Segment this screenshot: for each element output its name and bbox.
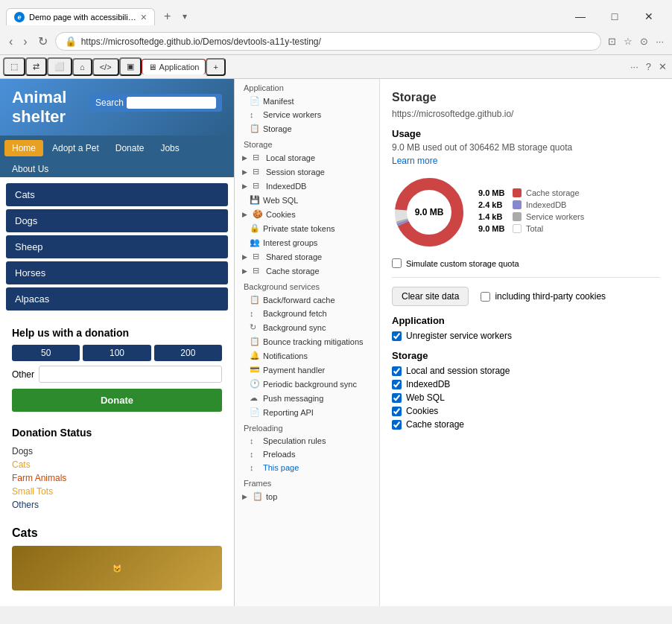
- address-bar[interactable]: 🔒 https://microsoftedge.github.io/Demos/…: [55, 32, 602, 51]
- expand-arrow: ▶: [242, 168, 250, 176]
- devtools-tab-inspect[interactable]: ⬚: [3, 57, 25, 76]
- other-row: Other: [12, 366, 222, 383]
- sidebar-top-frame[interactable]: ▶ 📋 top: [235, 489, 379, 503]
- sidebar-speculation-rules[interactable]: ↕ Speculation rules: [235, 434, 379, 448]
- animal-cats[interactable]: Cats: [6, 183, 228, 206]
- sidebar-manifest-label: Manifest: [263, 97, 294, 106]
- sidebar-preloads[interactable]: ↕ Preloads: [235, 448, 379, 461]
- sidebar-preloading-title: Preloading: [235, 419, 379, 434]
- other-label: Other: [12, 369, 34, 380]
- nav-jobs[interactable]: Jobs: [153, 140, 186, 156]
- indexeddb-checkbox[interactable]: [392, 380, 402, 389]
- amount-50[interactable]: 50: [12, 345, 80, 361]
- devtools-tab-add[interactable]: +: [206, 58, 225, 76]
- sidebar-indexeddb[interactable]: ▶ ⊟ IndexedDB: [235, 179, 379, 193]
- devtools-tab-performance[interactable]: ▣: [119, 57, 142, 76]
- devtools-tab-sources[interactable]: ⬜: [47, 57, 72, 76]
- tab-close-btn[interactable]: ×: [141, 12, 147, 22]
- maximize-btn[interactable]: □: [597, 4, 632, 28]
- cookies-clear-label: Cookies: [406, 406, 438, 416]
- sidebar-service-workers[interactable]: ↕ Service workers: [235, 108, 379, 121]
- site-nav: Home Adopt a Pet Donate Jobs: [0, 136, 234, 161]
- tab-dropdown[interactable]: ▾: [180, 8, 190, 25]
- nav-adopt[interactable]: Adopt a Pet: [45, 140, 107, 156]
- devtools-tab-application[interactable]: 🖥 Application: [142, 59, 206, 74]
- sidebar-cache-storage[interactable]: ▶ ⊟ Cache storage: [235, 264, 379, 278]
- learn-more-link[interactable]: Learn more: [392, 156, 437, 166]
- profiles-btn[interactable]: ⊡: [606, 34, 618, 49]
- other-amount-input[interactable]: [39, 366, 222, 383]
- sidebar-push-messaging[interactable]: ☁ Push messaging: [235, 391, 379, 405]
- sidebar-payment-label: Payment handler: [263, 366, 325, 375]
- website-panel: Animalshelter Search Home Adopt a Pet Do…: [0, 79, 235, 606]
- web-sql-checkbox[interactable]: [392, 393, 402, 403]
- third-party-checkbox[interactable]: [481, 292, 490, 302]
- sidebar-manifest[interactable]: 📄 Manifest: [235, 94, 379, 108]
- sidebar-back-forward-cache[interactable]: 📋 Back/forward cache: [235, 293, 379, 307]
- cats-title: Cats: [12, 526, 222, 540]
- reporting-icon: 📄: [250, 407, 260, 417]
- collections-btn[interactable]: ⊙: [638, 34, 650, 49]
- back-btn[interactable]: ‹: [6, 32, 16, 51]
- animal-horses[interactable]: Horses: [6, 261, 228, 284]
- simulate-checkbox[interactable]: [392, 258, 402, 268]
- main-content: Animalshelter Search Home Adopt a Pet Do…: [0, 79, 672, 606]
- local-session-checkbox[interactable]: [392, 366, 402, 376]
- sidebar-periodic-bg-sync[interactable]: 🕐 Periodic background sync: [235, 377, 379, 391]
- devtools-tab-console[interactable]: ⇄: [25, 57, 47, 76]
- sidebar-storage[interactable]: 📋 Storage: [235, 121, 379, 136]
- unregister-checkbox[interactable]: [392, 331, 402, 341]
- devtools-tab-network[interactable]: ⌂: [72, 58, 92, 76]
- animal-alpacas[interactable]: Alpacas: [6, 287, 228, 311]
- devtools-tab-elements[interactable]: </>: [92, 58, 119, 76]
- lock-icon: 🔒: [65, 36, 77, 47]
- sidebar-notifications[interactable]: 🔔 Notifications: [235, 348, 379, 363]
- devtools-more-btn[interactable]: ···: [628, 59, 641, 74]
- close-btn[interactable]: ✕: [632, 4, 666, 28]
- animal-sheep[interactable]: Sheep: [6, 235, 228, 258]
- devtools-help-btn[interactable]: ?: [644, 59, 653, 74]
- sidebar-cookies[interactable]: ▶ 🍪 Cookies: [235, 207, 379, 221]
- local-session-row: Local and session storage: [392, 366, 660, 376]
- search-input[interactable]: [127, 97, 216, 109]
- sidebar-storage-title: Storage: [235, 136, 379, 150]
- sidebar-shared-storage[interactable]: ▶ ⊟ Shared storage: [235, 249, 379, 264]
- sidebar-bg-fetch[interactable]: ↕ Background fetch: [235, 307, 379, 320]
- reload-btn[interactable]: ↻: [35, 31, 51, 51]
- browser-tab[interactable]: Demo page with accessibility iss... ×: [6, 8, 155, 25]
- nav-donate[interactable]: Donate: [108, 140, 152, 156]
- sidebar-preloads-label: Preloads: [263, 450, 295, 459]
- nav-about[interactable]: About Us: [4, 161, 56, 177]
- donate-btn[interactable]: Donate: [12, 389, 222, 412]
- clear-site-data-btn[interactable]: Clear site data: [392, 287, 469, 306]
- sidebar-web-sql[interactable]: 💾 Web SQL: [235, 193, 379, 207]
- sidebar-interest-groups[interactable]: 👥 Interest groups: [235, 235, 379, 249]
- sidebar-this-page[interactable]: ↕ This page: [235, 461, 379, 474]
- sidebar-bg-sync[interactable]: ↻ Background sync: [235, 320, 379, 334]
- favorites-btn[interactable]: ☆: [621, 34, 635, 49]
- sidebar-bounce-tracking[interactable]: 📋 Bounce tracking mitigations: [235, 334, 379, 348]
- sidebar-notifications-label: Notifications: [263, 351, 308, 360]
- sidebar-local-storage[interactable]: ▶ ⊟ Local storage: [235, 150, 379, 165]
- amount-100[interactable]: 100: [83, 345, 150, 361]
- status-small: Small Tots: [12, 485, 222, 498]
- sidebar-reporting-api[interactable]: 📄 Reporting API: [235, 405, 379, 419]
- web-sql-row: Web SQL: [392, 392, 660, 403]
- usage-desc: 9.0 MB used out of 306462 MB storage quo…: [392, 142, 660, 153]
- amount-200[interactable]: 200: [154, 345, 222, 361]
- minimize-btn[interactable]: —: [563, 4, 597, 28]
- third-party-label: including third-party cookies: [495, 291, 606, 302]
- donut-chart: 9.0 MB: [392, 175, 466, 249]
- forward-btn[interactable]: ›: [20, 32, 30, 51]
- animal-dogs[interactable]: Dogs: [6, 209, 228, 232]
- nav-home[interactable]: Home: [4, 140, 43, 156]
- new-tab-btn[interactable]: +: [158, 7, 177, 26]
- sidebar-private-state[interactable]: 🔒 Private state tokens: [235, 221, 379, 235]
- more-btn[interactable]: ···: [653, 34, 666, 49]
- devtools-close-btn[interactable]: ✕: [656, 59, 669, 74]
- cookies-checkbox[interactable]: [392, 407, 402, 416]
- sidebar-session-storage[interactable]: ▶ ⊟ Session storage: [235, 165, 379, 179]
- cache-storage-checkbox[interactable]: [392, 420, 402, 430]
- sidebar-payment-handler[interactable]: 💳 Payment handler: [235, 363, 379, 377]
- sidebar-cache-storage-label: Cache storage: [266, 267, 320, 276]
